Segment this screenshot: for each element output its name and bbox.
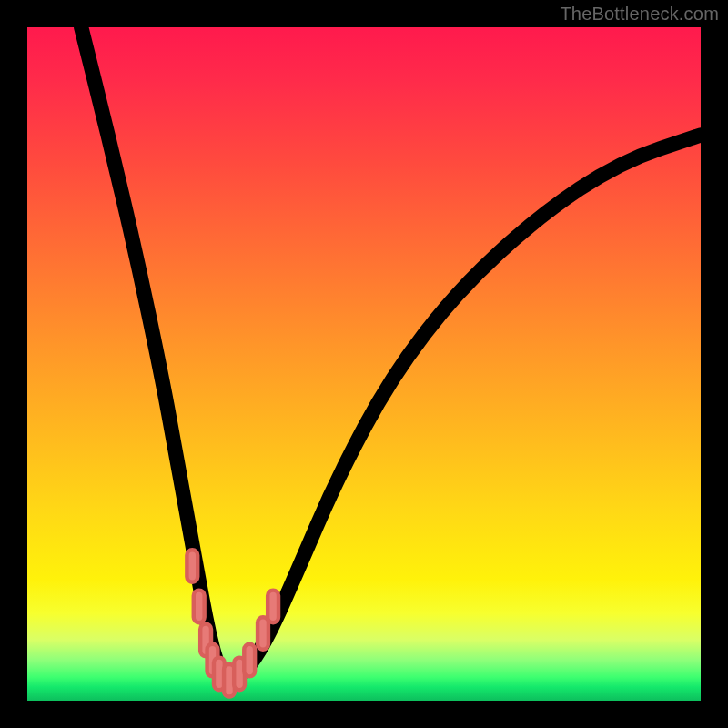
plot-area xyxy=(27,27,701,701)
curve-marker xyxy=(258,617,268,650)
chart-svg xyxy=(27,27,701,701)
curve-marker xyxy=(268,591,278,623)
curve-marker xyxy=(194,591,205,623)
bottleneck-curve xyxy=(81,27,701,680)
curve-marker xyxy=(244,644,255,677)
watermark-text: TheBottleneck.com xyxy=(560,4,719,25)
curve-marker xyxy=(187,550,197,582)
chart-container: TheBottleneck.com xyxy=(0,0,728,728)
